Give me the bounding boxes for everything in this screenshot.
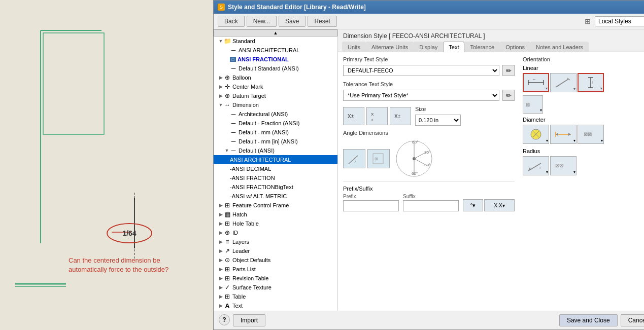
dialog-toolbar: Back New... Save Reset ⊞ Local Styles ▾ [214,14,644,29]
tree-item-def-mm-in[interactable]: ─ Default - mm [in] (ANSI) [214,137,337,146]
back-button[interactable]: Back [218,16,245,27]
exp-fcf: ▶ [218,202,224,208]
tree-item-ansi-fractionbig[interactable]: -ANSI FRACTIONBigText [214,182,337,192]
svg-text:─: ─ [532,78,535,81]
new-button[interactable]: New... [247,16,277,27]
tree-item-hatch[interactable]: ▶ ▦ Hatch [214,210,337,219]
tree-item-datum[interactable]: ▶ ⊕ Datum Target [214,91,337,100]
primary-text-edit-btn[interactable]: ✏ [502,65,515,76]
center-mark-icon: ✛ [224,83,231,90]
tree-item-obj-defaults[interactable]: ▶ ⊙ Object Defaults [214,255,337,265]
tree-item-ansi-architectural-sub[interactable]: ANSI ARCHITECTURAL [214,155,337,164]
id-icon: ⊕ [224,229,231,236]
tree-item-dimension[interactable]: ▼ ↔ Dimension [214,100,337,109]
suffix-deg-btn[interactable]: °▾ [463,199,483,211]
tolerance-text-edit-btn[interactable]: ✏ [502,90,515,101]
diam-btn-1[interactable]: ▾ [523,125,549,144]
angle-icon-2: ⊞ [371,152,386,166]
tree-item-layers[interactable]: ▶ ≡ Layers [214,237,337,246]
tab-display[interactable]: Display [414,42,443,52]
tolerance-text-style-select[interactable]: *Use Primary Text Style* [343,90,499,101]
tab-text[interactable]: Text [443,42,464,52]
revision-table-icon: ⊞ [224,275,231,282]
tab-notes-leaders[interactable]: Notes and Leaders [530,42,589,52]
tree-item-default-std[interactable]: ─ Default Standard (ANSI) [214,64,337,73]
exp-leader: ▶ [218,248,224,254]
tol-btn-2[interactable]: X ± [366,107,388,125]
svg-text:60°: 60° [412,171,418,176]
svg-line-24 [414,151,428,159]
prefix-input[interactable] [343,200,399,211]
linear-vert-btn[interactable]: I ▾ [578,73,604,92]
svg-text:X±: X± [394,114,401,119]
tab-tolerance[interactable]: Tolerance [464,42,500,52]
diam-btn-3[interactable]: ⊠⊠ ▾ [578,125,604,144]
diameter-btn-group: ▾ ▾ [523,125,644,144]
import-button[interactable]: Import [233,314,265,326]
tree-item-ansi-fraction[interactable]: -ANSI FRACTION [214,173,337,182]
tree-item-def-frac[interactable]: ─ Default - Fraction (ANSI) [214,119,337,128]
tol-btn-1[interactable]: X± [343,107,364,125]
format-icon: X.X▾ [494,203,504,208]
save-close-button[interactable]: Save and Close [559,314,618,326]
radius-btn-2[interactable]: ⊠⊠ ▾ [550,156,577,175]
tree-item-surface[interactable]: ▶ ✓ Surface Texture [214,283,337,292]
tol-btn-3[interactable]: X± [390,107,411,125]
angle-btn-1[interactable]: ↗ [343,149,365,168]
horiz-dropdown-arrow: ▾ [546,86,548,91]
exp2 [224,56,230,62]
tree-item-id[interactable]: ▶ ⊕ ID [214,228,337,237]
d3-arrow: ▾ [601,138,603,143]
primary-text-style-select[interactable]: DEFAULT-FEECO [343,65,499,76]
tree-item-fcf[interactable]: ▶ ⊞ Feature Control Frame [214,201,337,210]
tree-item-ansi-decimal[interactable]: -ANSI DECIMAL [214,164,337,173]
tree-scroll-up[interactable]: ▲ [214,29,337,36]
svg-marker-45 [568,133,571,136]
linear-mixed-btn[interactable]: ⊠ ▾ [523,95,543,114]
tree-item-center-mark[interactable]: ▶ ✛ Center Mark [214,82,337,91]
suffix-input[interactable] [403,200,459,211]
reset-button[interactable]: Reset [308,16,336,27]
tree-item-table[interactable]: ▶ ⊞ Table [214,292,337,301]
tree-item-def-mm[interactable]: ─ Default - mm (ANSI) [214,128,337,137]
dialog-title: Style and Standard Editor [Library - Rea… [228,4,366,11]
radius-label: Radius [523,148,644,154]
tree-item-standard[interactable]: ▼ 📁 Standard [214,36,337,46]
cancel-button[interactable]: Cancel [621,314,644,326]
tree-item-revision-table[interactable]: ▶ ⊞ Revision Table [214,274,337,283]
hole-table-icon: ⊞ [224,220,231,227]
tree-item-arch-ansi[interactable]: ─ Architectural (ANSI) [214,109,337,119]
tree-item-text[interactable]: ▶ A Text [214,301,337,310]
angle-btn-2[interactable]: ⊞ [367,149,390,168]
tree-item-def-ansi[interactable]: ▼ ─ Default (ANSI) [214,146,337,155]
tab-alt-units[interactable]: Alternate Units [366,42,414,52]
size-select[interactable]: 0.120 in [415,115,461,126]
tree-item-ansi-frac[interactable]: □ ANSI FRACTIONAL [214,55,337,64]
tol-icon-2: X ± [370,110,384,122]
leader-label: Leader [232,248,250,254]
suffix-fmt-btn[interactable]: X.X▾ [484,199,515,211]
tree-item-ansi-alt-metric[interactable]: -ANSI w/ ALT. METRIC [214,192,337,201]
svg-text:X±: X± [348,114,354,119]
radius-btn-1[interactable]: + ▾ [523,156,549,175]
linear-horiz-btn[interactable]: ─ ▾ [523,73,549,92]
leader-icon: ↗ [224,247,231,254]
diam-btn-2[interactable]: ▾ [550,125,577,144]
save-button[interactable]: Save [279,16,306,27]
exp-dim: ▼ [218,102,224,108]
diam-icon-1 [526,127,546,142]
layers-label: Layers [232,239,249,245]
tree-item-balloon[interactable]: ▶ ⊕ Balloon [214,73,337,82]
tab-options[interactable]: Options [500,42,530,52]
doc-df: ─ [230,120,237,127]
tree-item-ansi-arch[interactable]: ─ ANSI ARCHITECTURAL [214,46,337,55]
tree-item-parts-list[interactable]: ▶ ⊞ Parts List [214,265,337,274]
linear-angled-btn[interactable]: ▾ [550,73,577,92]
prefix-suffix-row: Prefix Suffix °▾ [343,194,515,211]
tree-item-leader[interactable]: ▶ ↗ Leader [214,246,337,255]
help-button[interactable]: ? [219,314,230,325]
tab-units[interactable]: Units [342,42,366,52]
tree-item-hole-table[interactable]: ▶ ⊞ Hole Table [214,219,337,228]
standard-label: Standard [232,38,255,44]
local-styles-dropdown[interactable]: Local Styles ▾ [595,16,644,26]
